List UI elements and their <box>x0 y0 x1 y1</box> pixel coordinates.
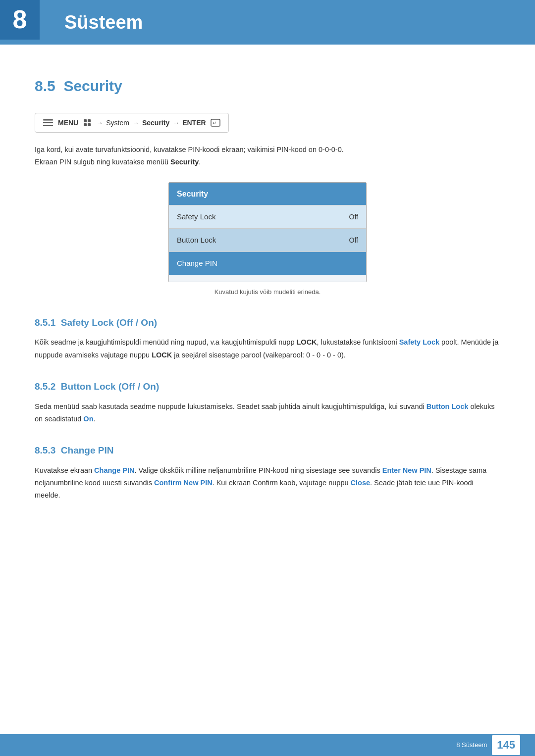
svg-rect-5 <box>84 123 87 126</box>
lock-bold-2: LOCK <box>152 351 172 359</box>
chapter-number: 8 <box>13 0 27 41</box>
section-title: Security <box>63 78 122 94</box>
on-bold: On <box>83 415 93 423</box>
svg-rect-4 <box>88 119 91 122</box>
svg-text:↵: ↵ <box>213 120 216 126</box>
breadcrumb: MENU → System → Security → ENTER ↵ <box>35 113 229 133</box>
footer-chapter-label: 8 Süsteem <box>456 740 487 751</box>
subsection-853-title: Change PIN <box>61 445 114 455</box>
enter-icon: ↵ <box>211 119 220 127</box>
lock-bold-1: LOCK <box>297 338 317 346</box>
subsection-853-number: 8.5.3 <box>35 445 55 455</box>
chapter-number-box: 8 <box>0 0 40 40</box>
breadcrumb-security: Security <box>142 117 169 128</box>
ui-menu-item-button-lock-value: Off <box>349 235 358 246</box>
subsection-852-body: Seda menüüd saab kasutada seadme nuppude… <box>35 401 500 426</box>
ui-menu-item-safety-lock-label: Safety Lock <box>177 211 215 223</box>
chapter-title: Süsteem <box>64 7 143 38</box>
ui-menu-item-button-lock-label: Button Lock <box>177 234 216 246</box>
svg-rect-0 <box>43 119 53 121</box>
breadcrumb-system: System <box>106 117 129 128</box>
subsection-851-title: Safety Lock (Off / On) <box>61 317 157 328</box>
subsection-heading-852: 8.5.2 Button Lock (Off / On) <box>35 379 500 394</box>
breadcrumb-sep2: → <box>132 117 139 128</box>
change-pin-bold: Change PIN <box>94 466 134 474</box>
svg-rect-1 <box>43 122 53 124</box>
section-number: 8.5 <box>35 78 55 94</box>
enter-new-pin-bold: Enter New PIN <box>382 466 431 474</box>
subsection-heading-853: 8.5.3 Change PIN <box>35 443 500 458</box>
description-line2: Ekraan PIN sulgub ning kuvatakse menüü S… <box>35 158 201 166</box>
ui-menu-item-change-pin[interactable]: Change PIN <box>169 252 366 275</box>
ui-menu-box: Security Safety Lock Off Button Lock Off… <box>168 182 367 283</box>
breadcrumb-menu: MENU <box>58 117 78 128</box>
menu-icon <box>43 119 53 127</box>
ui-menu-header: Security <box>169 183 366 205</box>
grid-icon <box>83 119 91 127</box>
button-lock-bold: Button Lock <box>427 403 469 410</box>
confirm-new-pin-bold: Confirm New PIN <box>154 479 213 487</box>
section-heading: 8.5 Security <box>35 74 500 98</box>
svg-rect-3 <box>84 119 87 122</box>
subsection-852-title: Button Lock (Off / On) <box>61 381 159 392</box>
subsection-851-body: Kõik seadme ja kaugjuhtimispuldi menüüd … <box>35 336 500 361</box>
ui-menu-item-change-pin-label: Change PIN <box>177 257 217 269</box>
breadcrumb-sep3: → <box>172 117 179 128</box>
ui-menu-item-safety-lock[interactable]: Safety Lock Off <box>169 205 366 228</box>
breadcrumb-sep1: → <box>96 117 103 128</box>
page-header: 8 Süsteem <box>0 0 535 45</box>
ui-menu-item-safety-lock-value: Off <box>349 211 358 222</box>
ui-menu-bottom-padding <box>169 275 366 282</box>
subsection-853-body: Kuvatakse ekraan Change PIN. Valige üksk… <box>35 464 500 502</box>
breadcrumb-enter: ENTER <box>182 117 206 128</box>
page-footer: 8 Süsteem 145 <box>0 734 535 756</box>
ui-menu-item-button-lock[interactable]: Button Lock Off <box>169 228 366 252</box>
subsection-852-number: 8.5.2 <box>35 381 55 392</box>
subsection-heading-851: 8.5.1 Safety Lock (Off / On) <box>35 315 500 330</box>
description-line1: Iga kord, kui avate turvafunktsioonid, k… <box>35 146 344 153</box>
footer-page-number: 145 <box>492 735 520 755</box>
ui-caption: Kuvatud kujutis võib mudeliti erineda. <box>214 287 321 298</box>
safety-lock-bold: Safety Lock <box>399 338 439 346</box>
description: Iga kord, kui avate turvafunktsioonid, k… <box>35 144 500 168</box>
svg-rect-2 <box>43 125 53 126</box>
svg-rect-6 <box>88 123 91 126</box>
subsection-851-number: 8.5.1 <box>35 317 55 328</box>
close-bold: Close <box>351 479 371 487</box>
main-content: 8.5 Security MENU → System → Security → … <box>0 45 535 532</box>
ui-screenshot-wrapper: Security Safety Lock Off Button Lock Off… <box>35 182 500 298</box>
